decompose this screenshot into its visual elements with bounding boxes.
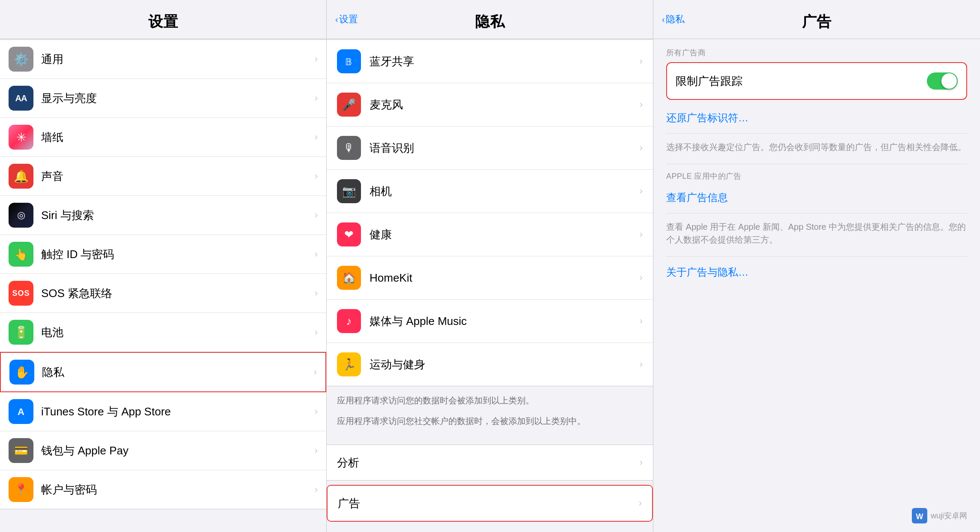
analysis-item[interactable]: 分析 › — [327, 445, 653, 480]
siri-label: Siri 与搜索 — [41, 208, 315, 223]
settings-item-wallet[interactable]: 💳 钱包与 Apple Pay › — [0, 431, 326, 470]
settings-item-display[interactable]: AA 显示与亮度 › — [0, 79, 326, 118]
settings-item-touchid[interactable]: 👆 触控 ID 与密码 › — [0, 235, 326, 274]
svg-text:𝔹: 𝔹 — [345, 57, 352, 67]
siri-icon: ◎ — [9, 203, 33, 228]
settings-item-general[interactable]: ⚙️ 通用 › — [0, 40, 326, 79]
account-label: 帐户与密码 — [41, 482, 315, 497]
settings-header: 设置 — [0, 0, 326, 39]
limit-ad-toggle[interactable] — [927, 72, 958, 90]
ad-desc1: 选择不接收兴趣定位广告。您仍会收到同等数量的广告，但广告相关性会降低。 — [666, 137, 967, 160]
privacy-item-homekit[interactable]: 🏠 HomeKit › — [327, 256, 653, 300]
battery-icon: 🔋 — [9, 320, 33, 345]
privacy-info2: 应用程序请求访问您社交帐户的数据时，会被添加到以上类别中。 — [327, 415, 653, 435]
bluetooth-icon: 𝔹 — [337, 49, 361, 73]
analysis-label: 分析 — [337, 455, 640, 470]
restore-ad-link[interactable]: 还原广告标识符… — [666, 106, 967, 130]
fitness-icon: 🏃 — [337, 352, 361, 376]
settings-item-privacy[interactable]: ✋ 隐私 › — [0, 352, 326, 392]
settings-item-siri[interactable]: ◎ Siri 与搜索 › — [0, 196, 326, 235]
watermark-text: wuji安卓网 — [931, 511, 967, 521]
view-ad-link[interactable]: 查看广告信息 — [666, 186, 967, 210]
bluetooth-label: 蓝牙共享 — [370, 54, 640, 69]
settings-item-battery[interactable]: 🔋 电池 › — [0, 313, 326, 352]
divider2 — [666, 164, 967, 164]
touchid-label: 触控 ID 与密码 — [41, 247, 315, 262]
sos-icon: SOS — [9, 281, 33, 306]
privacy-info1: 应用程序请求访问您的数据时会被添加到以上类别。 — [327, 386, 653, 415]
privacy-item-media[interactable]: ♪ 媒体与 Apple Music › — [327, 300, 653, 343]
speech-label: 语音识别 — [370, 141, 640, 156]
ad-desc2: 查看 Apple 用于在 Apple 新闻、App Store 中为您提供更相关… — [666, 217, 967, 253]
divider4 — [666, 256, 967, 257]
ad-title: 广告 — [662, 12, 971, 32]
settings-section-main: ⚙️ 通用 › AA 显示与亮度 › ✳ 墙纸 › 🔔 声音 › — [0, 39, 326, 509]
privacy-item-fitness[interactable]: 🏃 运动与健身 › — [327, 343, 653, 386]
settings-item-sos[interactable]: SOS SOS 紧急联络 › — [0, 274, 326, 313]
ad-section-highlighted: 广告 › — [327, 485, 653, 522]
sound-chevron: › — [315, 171, 318, 182]
sound-icon: 🔔 — [9, 164, 33, 189]
divider3 — [666, 213, 967, 213]
general-icon: ⚙️ — [9, 47, 33, 72]
privacy-icon: ✋ — [9, 360, 34, 385]
privacy-items-section: 𝔹 蓝牙共享 › 🎤 麦克风 › 🎙 语音识别 › 📷 相机 › — [327, 39, 653, 386]
privacy-item-health[interactable]: ❤ 健康 › — [327, 213, 653, 256]
watermark: W wuji安卓网 — [912, 508, 967, 523]
itunes-chevron: › — [315, 406, 318, 417]
health-label: 健康 — [370, 227, 640, 242]
limit-ad-label: 限制广告跟踪 — [676, 74, 743, 89]
ad-back[interactable]: ‹ 隐私 — [662, 13, 685, 26]
media-label: 媒体与 Apple Music — [370, 314, 640, 329]
display-icon: AA — [9, 86, 33, 111]
ad-item[interactable]: 广告 › — [328, 486, 652, 521]
apple-ads-label: APPLE 应用中的广告 — [666, 171, 967, 181]
settings-item-wallpaper[interactable]: ✳ 墙纸 › — [0, 118, 326, 157]
sos-label: SOS 紧急联络 — [41, 286, 315, 301]
display-label: 显示与亮度 — [41, 91, 315, 106]
svg-text:W: W — [916, 512, 923, 521]
back-chevron: ‹ — [335, 15, 338, 24]
ad-panel-content: 所有广告商 限制广告跟踪 还原广告标识符… 选择不接收兴趣定位广告。您仍会收到同… — [653, 39, 980, 532]
battery-chevron: › — [315, 327, 318, 338]
camera-label: 相机 — [370, 184, 640, 199]
settings-list: ⚙️ 通用 › AA 显示与亮度 › ✳ 墙纸 › 🔔 声音 › — [0, 39, 326, 532]
ad-header: ‹ 隐私 广告 — [653, 0, 980, 39]
wallpaper-icon: ✳ — [9, 125, 33, 150]
svg-text:A: A — [18, 406, 24, 417]
privacy-panel: ‹ 设置 隐私 𝔹 蓝牙共享 › 🎤 麦克风 › 🎙 语音识别 — [327, 0, 653, 532]
wallet-chevron: › — [315, 445, 318, 456]
itunes-icon: A — [9, 399, 33, 424]
battery-label: 电池 — [41, 325, 315, 340]
privacy-item-bluetooth[interactable]: 𝔹 蓝牙共享 › — [327, 40, 653, 83]
sound-label: 声音 — [41, 169, 315, 184]
wallpaper-label: 墙纸 — [41, 130, 315, 145]
touchid-chevron: › — [315, 249, 318, 260]
privacy-back[interactable]: ‹ 设置 — [335, 13, 358, 26]
settings-item-itunes[interactable]: A iTunes Store 与 App Store › — [0, 392, 326, 431]
sos-chevron: › — [315, 288, 318, 299]
privacy-title: 隐私 — [335, 12, 644, 32]
settings-item-sound[interactable]: 🔔 声音 › — [0, 157, 326, 196]
wallet-icon: 💳 — [9, 438, 33, 463]
back-label: 设置 — [339, 13, 358, 26]
camera-icon: 📷 — [337, 179, 361, 203]
ad-content-area: 所有广告商 限制广告跟踪 还原广告标识符… 选择不接收兴趣定位广告。您仍会收到同… — [653, 39, 980, 293]
privacy-item-mic[interactable]: 🎤 麦克风 › — [327, 83, 653, 126]
divider1 — [666, 133, 967, 134]
settings-item-account[interactable]: 📍 帐户与密码 › — [0, 470, 326, 509]
limit-ad-tracking-row[interactable]: 限制广告跟踪 — [666, 62, 967, 100]
all-advertisers-label: 所有广告商 — [666, 48, 967, 58]
about-ad-link[interactable]: 关于广告与隐私… — [666, 260, 967, 284]
touchid-icon: 👆 — [9, 242, 33, 267]
fitness-label: 运动与健身 — [370, 357, 640, 372]
privacy-item-camera[interactable]: 📷 相机 › — [327, 170, 653, 213]
privacy-item-speech[interactable]: 🎙 语音识别 › — [327, 126, 653, 170]
toggle-knob — [941, 73, 957, 89]
mic-label: 麦克风 — [370, 97, 640, 112]
privacy-header: ‹ 设置 隐私 — [327, 0, 653, 39]
homekit-label: HomeKit — [370, 271, 640, 285]
itunes-label: iTunes Store 与 App Store — [41, 404, 315, 419]
general-label: 通用 — [41, 52, 315, 67]
account-icon: 📍 — [9, 477, 33, 502]
